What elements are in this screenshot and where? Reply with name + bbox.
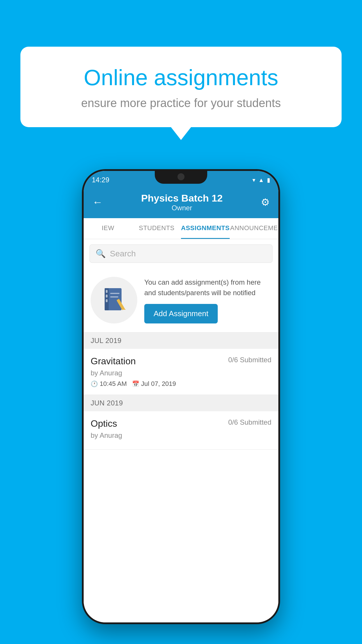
speech-bubble: Online assignments ensure more practice … — [20, 47, 342, 127]
tab-assignments[interactable]: ASSIGNMENTS — [181, 218, 230, 239]
add-assignment-button[interactable]: Add Assignment — [144, 304, 218, 323]
assignment-time: 10:45 AM — [100, 380, 127, 388]
phone-screen: 14:29 ▾ ▲ ▮ ← Physics Batch 12 Owner ⚙ I… — [84, 171, 278, 622]
svg-rect-3 — [106, 295, 108, 298]
wifi-icon: ▾ — [252, 176, 255, 183]
clock-icon: 🕐 — [91, 380, 98, 387]
bubble-subtitle: ensure more practice for your students — [44, 97, 318, 110]
svg-rect-2 — [106, 290, 108, 293]
assignment-submitted: 0/6 Submitted — [228, 356, 271, 364]
time-item: 🕐 10:45 AM — [91, 380, 127, 388]
assignment-header-optics: Optics 0/6 Submitted — [91, 418, 271, 429]
assignment-title: Gravitation — [91, 356, 136, 367]
phone-mockup: 14:29 ▾ ▲ ▮ ← Physics Batch 12 Owner ⚙ I… — [82, 169, 280, 624]
search-icon: 🔍 — [96, 249, 106, 258]
optics-submitted: 0/6 Submitted — [228, 418, 271, 426]
month-separator-jul: JUL 2019 — [84, 332, 278, 349]
status-time: 14:29 — [92, 176, 109, 184]
assignment-item-gravitation[interactable]: Gravitation 0/6 Submitted by Anurag 🕐 10… — [84, 349, 278, 395]
assignment-item-optics[interactable]: Optics 0/6 Submitted by Anurag — [84, 411, 278, 450]
assignment-header: Gravitation 0/6 Submitted — [91, 356, 271, 367]
header-center: Physics Batch 12 Owner — [141, 192, 223, 212]
back-button[interactable]: ← — [92, 196, 103, 208]
promo-card: You can add assignment(s) from here and … — [84, 268, 278, 332]
phone-outer: 14:29 ▾ ▲ ▮ ← Physics Batch 12 Owner ⚙ I… — [82, 169, 280, 624]
signal-icon: ▲ — [258, 177, 264, 183]
optics-by: by Anurag — [91, 431, 122, 440]
speech-bubble-container: Online assignments ensure more practice … — [20, 47, 342, 127]
calendar-icon: 📅 — [132, 380, 139, 387]
tab-iew[interactable]: IEW — [84, 218, 132, 239]
promo-icon-circle — [91, 277, 137, 323]
month-separator-jun: JUN 2019 — [84, 395, 278, 411]
app-header: ← Physics Batch 12 Owner ⚙ — [84, 186, 278, 218]
assignment-meta: by Anurag — [91, 369, 271, 377]
notebook-icon — [102, 287, 126, 313]
search-placeholder: Search — [110, 249, 136, 258]
phone-notch — [155, 169, 207, 184]
header-subtitle: Owner — [141, 204, 223, 212]
svg-rect-6 — [110, 296, 118, 298]
optics-title: Optics — [91, 418, 117, 429]
optics-meta: by Anurag — [91, 431, 271, 440]
settings-button[interactable]: ⚙ — [261, 196, 270, 208]
svg-rect-4 — [106, 299, 108, 302]
phone-camera — [178, 173, 184, 180]
tabs-bar: IEW STUDENTS ASSIGNMENTS ANNOUNCEME — [84, 218, 278, 239]
promo-text: You can add assignment(s) from here and … — [144, 277, 271, 298]
battery-icon: ▮ — [267, 176, 270, 183]
search-box[interactable]: 🔍 Search — [89, 244, 273, 263]
assignment-date: Jul 07, 2019 — [141, 380, 176, 388]
assignment-time-row: 🕐 10:45 AM 📅 Jul 07, 2019 — [91, 380, 271, 388]
promo-content: You can add assignment(s) from here and … — [144, 277, 271, 323]
phone-content: 🔍 Search — [84, 239, 278, 622]
svg-rect-5 — [110, 293, 120, 294]
status-icons: ▾ ▲ ▮ — [252, 176, 270, 183]
bubble-title: Online assignments — [44, 64, 318, 91]
date-item: 📅 Jul 07, 2019 — [132, 380, 176, 388]
header-title: Physics Batch 12 — [141, 192, 223, 204]
assignment-by: by Anurag — [91, 369, 122, 377]
tab-students[interactable]: STUDENTS — [132, 218, 181, 239]
search-container: 🔍 Search — [84, 239, 278, 268]
tab-announcements[interactable]: ANNOUNCEME — [230, 218, 278, 239]
